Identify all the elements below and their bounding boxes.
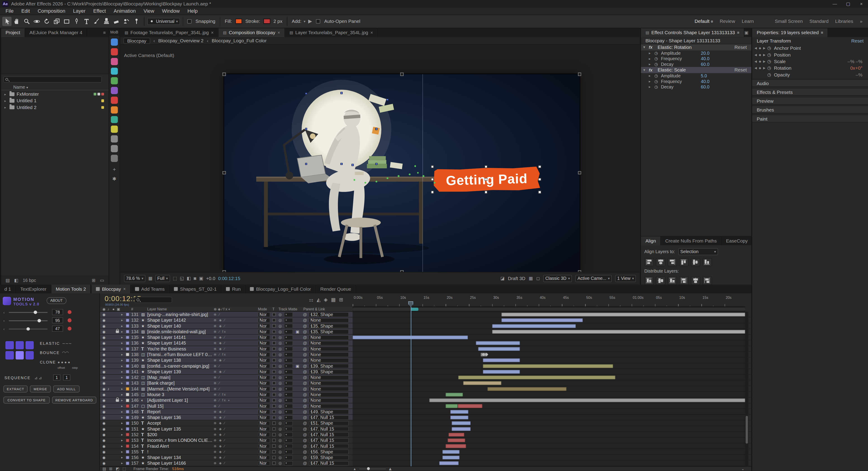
layer-name[interactable]: Shape Layer 134 xyxy=(147,455,213,460)
parent-pickwhip-icon[interactable]: @ xyxy=(303,386,307,392)
bounce-label[interactable]: BOUNCE xyxy=(40,350,60,355)
project-name-header[interactable]: Name ▾ xyxy=(1,84,108,90)
layer-mode-dropdown[interactable]: Nor▾ xyxy=(258,347,270,351)
layer-name[interactable]: ! xyxy=(147,449,213,455)
track-matte-dropdown[interactable]: ▾ xyxy=(284,352,293,357)
selection-handle[interactable] xyxy=(538,165,541,168)
layer-mode-dropdown[interactable]: Nor▾ xyxy=(258,335,270,340)
layer-switches[interactable]: ⊕ ∕ xyxy=(214,403,247,409)
visibility-eye-icon[interactable]: ◉ xyxy=(102,398,105,403)
add-icon[interactable]: + xyxy=(109,166,120,173)
section-brushes[interactable]: Brushes xyxy=(752,106,868,113)
track-matte-pickwhip-icon[interactable]: ◎ xyxy=(278,398,282,403)
menu-layer[interactable]: Layer xyxy=(69,8,89,14)
aejuice-plugin-icon-7[interactable] xyxy=(111,97,118,104)
preserve-transparency-checkbox[interactable] xyxy=(272,393,276,396)
track-matte-pickwhip-icon[interactable]: ◎ xyxy=(278,403,282,409)
slider-knob[interactable] xyxy=(37,319,41,322)
layer-duration-bar[interactable] xyxy=(478,347,520,351)
layer-name[interactable]: Mouse 3 xyxy=(147,392,213,398)
preserve-transparency-checkbox[interactable] xyxy=(272,342,276,345)
expand-arrow-icon[interactable]: ▸ xyxy=(121,375,123,380)
parent-pickwhip-icon[interactable]: @ xyxy=(303,420,307,426)
comp-handle[interactable] xyxy=(222,171,226,174)
add-null-button[interactable]: ADD NULL xyxy=(53,385,80,393)
align-top-button[interactable] xyxy=(679,258,689,266)
motion-blur-icon[interactable]: ⊞ xyxy=(339,297,343,303)
layer-name[interactable]: Report xyxy=(147,409,213,415)
layer-switches[interactable]: ⊕ ◈ ∕ xyxy=(214,323,247,329)
label-color-swatch[interactable] xyxy=(126,336,129,339)
parent-pickwhip-icon[interactable]: @ xyxy=(303,329,307,334)
panel-menu-icon[interactable]: ≡ xyxy=(737,30,739,35)
parent-link-dropdown[interactable]: None▾ xyxy=(309,375,349,380)
track-matte-pickwhip-icon[interactable]: ◎ xyxy=(278,415,282,420)
current-time-indicator-line[interactable] xyxy=(411,307,411,466)
fill-color-swatch[interactable] xyxy=(236,19,242,24)
comp-handle[interactable] xyxy=(578,171,581,174)
parent-pickwhip-icon[interactable]: @ xyxy=(303,443,307,449)
sequence-label[interactable]: SEQUENCE xyxy=(4,376,31,380)
menu-window[interactable]: Window xyxy=(158,8,184,14)
layer-name[interactable]: Shape Layer 14141 xyxy=(147,334,213,340)
viewer-timecode[interactable]: 0:00:12:15 xyxy=(218,276,240,281)
tab-easecopy[interactable]: EaseCopy xyxy=(722,236,751,245)
layer-name[interactable]: Shape Layer 135 xyxy=(147,426,213,432)
label-color-swatch[interactable] xyxy=(126,353,129,356)
distribute-top-button[interactable] xyxy=(644,276,654,285)
expand-arrow-icon[interactable]: ▸ xyxy=(121,415,123,420)
parent-link-dropdown[interactable]: 139. Shape▾ xyxy=(309,370,349,374)
track-matte-pickwhip-icon[interactable]: ◎ xyxy=(278,380,282,386)
aejuice-plugin-icon-1[interactable] xyxy=(111,38,118,46)
layer-switches[interactable]: ⊕ ∕ xyxy=(214,380,247,386)
layer-switches[interactable]: ⊕ ∕ xyxy=(214,363,247,369)
sequence-value-1[interactable]: 1 xyxy=(53,374,60,381)
auto-open-panel-checkbox[interactable] xyxy=(316,19,320,24)
track-matte-dropdown[interactable]: ▾ xyxy=(284,392,293,397)
parent-link-dropdown[interactable]: None▾ xyxy=(309,347,349,351)
slider-arrow-icon[interactable]: ‹ xyxy=(3,310,5,315)
aejuice-plugin-icon-10[interactable] xyxy=(111,125,118,133)
param-value[interactable]: 40.0 xyxy=(701,56,710,61)
aejuice-plugin-icon-9[interactable] xyxy=(111,116,118,123)
camera-dropdown[interactable]: Active Came...▾ xyxy=(575,275,612,282)
label-color-swatch[interactable] xyxy=(126,359,129,362)
label-color-swatch[interactable] xyxy=(126,324,129,328)
layer-switches[interactable]: ⊕ ◈ ∕ xyxy=(214,443,247,449)
section-effects-presets[interactable]: Effects & Presets xyxy=(752,88,868,96)
visibility-eye-icon[interactable]: ◉ xyxy=(102,323,105,329)
parent-pickwhip-icon[interactable]: @ xyxy=(303,409,307,415)
track-matte-dropdown[interactable]: ▾ xyxy=(284,324,293,328)
track-matte-pickwhip-icon[interactable]: ◎ xyxy=(278,357,282,363)
layer-duration-bar[interactable] xyxy=(501,318,583,322)
expand-arrow-icon[interactable]: ▸ xyxy=(121,317,123,323)
comp-handle[interactable] xyxy=(400,72,404,76)
visibility-eye-icon[interactable]: ◉ xyxy=(102,312,105,317)
visibility-eye-icon[interactable]: ◉ xyxy=(102,409,105,415)
selection-handle[interactable] xyxy=(431,178,434,181)
expand-layers-icon[interactable]: ⊞ xyxy=(109,467,112,471)
aejuice-plugin-icon-2[interactable] xyxy=(111,48,118,55)
menu-edit[interactable]: Edit xyxy=(18,8,34,14)
layer-row[interactable]: ◉ ▸ 140 ▨ [confid...s-career-campaign.jp… xyxy=(100,363,751,369)
preserve-transparency-checkbox[interactable] xyxy=(272,370,276,374)
layer-switches[interactable]: ⊕ ∕ xyxy=(214,386,247,392)
layer-row[interactable]: ◉ ▸ 132 ★ Shape Layer 14142 ⊕ ◈ ∕ Nor▾ ◎… xyxy=(100,317,751,323)
layer-name[interactable]: Shape Layer 14142 xyxy=(147,317,213,323)
stroke-width-value[interactable]: 2 px xyxy=(273,19,282,24)
visibility-eye-icon[interactable]: ◉ xyxy=(102,415,105,420)
layer-duration-bar[interactable] xyxy=(445,444,466,448)
project-item[interactable]: ▸FxMonster xyxy=(1,91,108,97)
stopwatch-icon[interactable]: ◷ xyxy=(654,62,658,67)
region-of-interest-icon[interactable]: ⬚ xyxy=(173,276,177,281)
expand-arrow-icon[interactable]: ▸ xyxy=(649,73,651,78)
track-matte-pickwhip-icon[interactable]: ◎ xyxy=(278,352,282,357)
track-matte-dropdown[interactable]: ▾ xyxy=(284,398,293,403)
expand-arrow-icon[interactable]: ▸ xyxy=(121,398,123,403)
parent-pickwhip-icon[interactable]: @ xyxy=(303,357,307,363)
layer-name[interactable]: You're the Business xyxy=(147,346,213,352)
visibility-eye-icon[interactable]: ◉ xyxy=(102,346,105,352)
label-color-swatch[interactable] xyxy=(126,427,129,431)
aejuice-plugin-icon-8[interactable] xyxy=(111,106,118,114)
project-bpc[interactable]: 16 bpc xyxy=(23,278,36,283)
